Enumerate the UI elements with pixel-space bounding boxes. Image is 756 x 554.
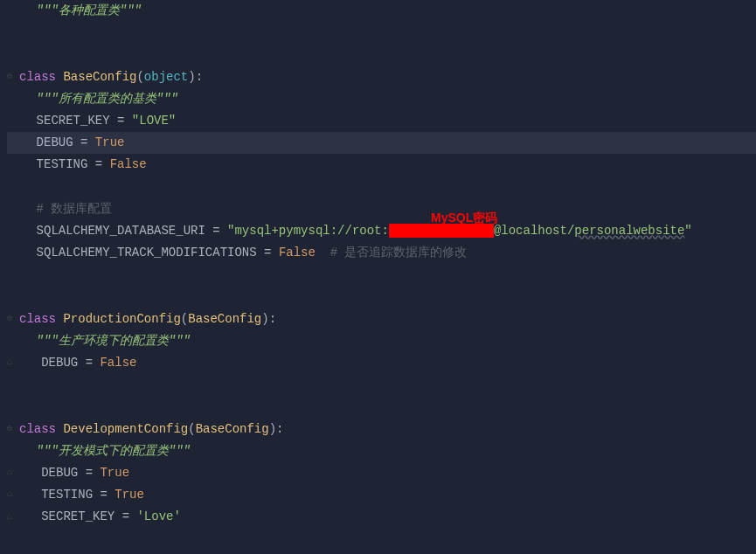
code-line[interactable]: """各种配置类""" bbox=[7, 0, 756, 22]
code-line[interactable] bbox=[7, 264, 756, 286]
docstring: """各种配置类""" bbox=[37, 3, 142, 17]
code-line[interactable] bbox=[7, 286, 756, 308]
variable: DEBUG bbox=[41, 466, 78, 480]
code-line[interactable] bbox=[7, 374, 756, 396]
string: "mysql+pymysql://root: bbox=[227, 224, 389, 238]
paren: ( bbox=[188, 422, 195, 436]
boolean: True bbox=[114, 488, 144, 502]
operator: = bbox=[114, 509, 136, 523]
code-line[interactable]: ⌂ DEBUG = True bbox=[7, 462, 756, 484]
gutter-marker-icon[interactable]: ⌂ bbox=[7, 355, 19, 370]
code-line[interactable]: SQLALCHEMY_TRACK_MODIFICATIONS = False #… bbox=[7, 242, 756, 264]
code-line[interactable]: ⊖class DevelopmentConfig(BaseConfig): bbox=[7, 419, 756, 440]
paren: ) bbox=[188, 70, 195, 84]
param: object bbox=[144, 70, 188, 84]
paren: ( bbox=[136, 70, 143, 84]
operator: = bbox=[78, 466, 100, 480]
code-line[interactable] bbox=[7, 177, 756, 198]
string: @localhost/ bbox=[494, 224, 574, 238]
code-line[interactable]: ⌂ SECRET_KEY = 'Love' bbox=[7, 506, 756, 528]
keyword-class: class bbox=[19, 422, 56, 436]
param: BaseConfig bbox=[188, 312, 261, 326]
code-line[interactable]: SECRET_KEY = "LOVE" bbox=[7, 110, 756, 132]
string: 'Love' bbox=[136, 509, 180, 523]
variable: SECRET_KEY bbox=[41, 509, 114, 523]
code-line[interactable]: ⊖class BaseConfig(object): bbox=[7, 66, 756, 88]
string: " bbox=[684, 224, 691, 238]
variable: SECRET_KEY bbox=[37, 114, 110, 128]
keyword-class: class bbox=[19, 70, 56, 84]
code-line[interactable]: ⌂ DEBUG = False bbox=[7, 352, 756, 374]
operator: = bbox=[205, 224, 227, 238]
operator: = bbox=[93, 488, 114, 502]
boolean: False bbox=[100, 356, 136, 370]
fold-icon[interactable]: ⊖ bbox=[7, 311, 19, 327]
annotation-mysql-password: MySQL密码 bbox=[431, 207, 497, 229]
gutter-marker-icon[interactable]: ⌂ bbox=[7, 465, 19, 481]
operator: = bbox=[257, 246, 279, 260]
variable: TESTING bbox=[41, 488, 93, 502]
gutter-marker-icon[interactable]: ⌂ bbox=[7, 509, 19, 525]
code-line[interactable]: ⌂ TESTING = True bbox=[7, 484, 756, 506]
string: "LOVE" bbox=[132, 114, 176, 128]
code-line[interactable] bbox=[7, 22, 756, 44]
paren: ) bbox=[269, 422, 276, 436]
operator: = bbox=[110, 114, 132, 128]
keyword-class: class bbox=[19, 312, 56, 326]
code-line[interactable]: """开发模式下的配置类""" bbox=[7, 440, 756, 462]
class-name: DevelopmentConfig bbox=[63, 422, 188, 436]
variable: SQLALCHEMY_TRACK_MODIFICATIONS bbox=[37, 246, 257, 260]
class-name: ProductionConfig bbox=[63, 312, 180, 326]
code-line[interactable] bbox=[7, 396, 756, 418]
operator: = bbox=[87, 157, 109, 171]
gutter-marker-icon[interactable]: ⌂ bbox=[7, 487, 19, 502]
variable: TESTING bbox=[37, 157, 88, 171]
boolean: True bbox=[95, 135, 125, 149]
variable: DEBUG bbox=[37, 135, 73, 149]
code-line[interactable]: TESTING = False bbox=[7, 154, 756, 176]
code-line[interactable]: """所有配置类的基类""" bbox=[7, 88, 756, 110]
variable: SQLALCHEMY_DATABASE_URI bbox=[37, 224, 205, 238]
string-warning: personalwebsite bbox=[574, 224, 684, 238]
boolean: True bbox=[100, 466, 129, 480]
code-line[interactable]: # 数据库配置 bbox=[7, 198, 756, 220]
code-line[interactable] bbox=[7, 44, 756, 66]
docstring: """生产环境下的配置类""" bbox=[37, 334, 191, 348]
class-name: BaseConfig bbox=[63, 70, 136, 84]
code-line[interactable]: """生产环境下的配置类""" bbox=[7, 330, 756, 352]
fold-icon[interactable]: ⊖ bbox=[7, 421, 19, 437]
code-editor[interactable]: """各种配置类""" ⊖class BaseConfig(object): "… bbox=[0, 0, 756, 529]
operator: = bbox=[73, 135, 95, 149]
paren: ) bbox=[261, 312, 268, 326]
fold-icon[interactable]: ⊖ bbox=[7, 69, 19, 85]
colon: : bbox=[269, 312, 276, 326]
code-line[interactable]: ⊖class ProductionConfig(BaseConfig): bbox=[7, 308, 756, 330]
code-line-highlighted[interactable]: DEBUG = True bbox=[7, 132, 756, 154]
boolean: False bbox=[110, 157, 147, 171]
colon: : bbox=[196, 70, 203, 84]
comment: # 数据库配置 bbox=[37, 202, 113, 216]
docstring: """开发模式下的配置类""" bbox=[37, 444, 191, 458]
paren: ( bbox=[181, 312, 188, 326]
colon: : bbox=[276, 422, 283, 436]
boolean: False bbox=[279, 246, 316, 260]
variable: DEBUG bbox=[41, 356, 78, 370]
docstring: """所有配置类的基类""" bbox=[37, 92, 178, 106]
comment: # 是否追踪数据库的修改 bbox=[316, 246, 468, 260]
param: BaseConfig bbox=[196, 422, 269, 436]
code-line[interactable]: SQLALCHEMY_DATABASE_URI = "mysql+pymysql… bbox=[7, 220, 756, 242]
operator: = bbox=[78, 356, 100, 370]
